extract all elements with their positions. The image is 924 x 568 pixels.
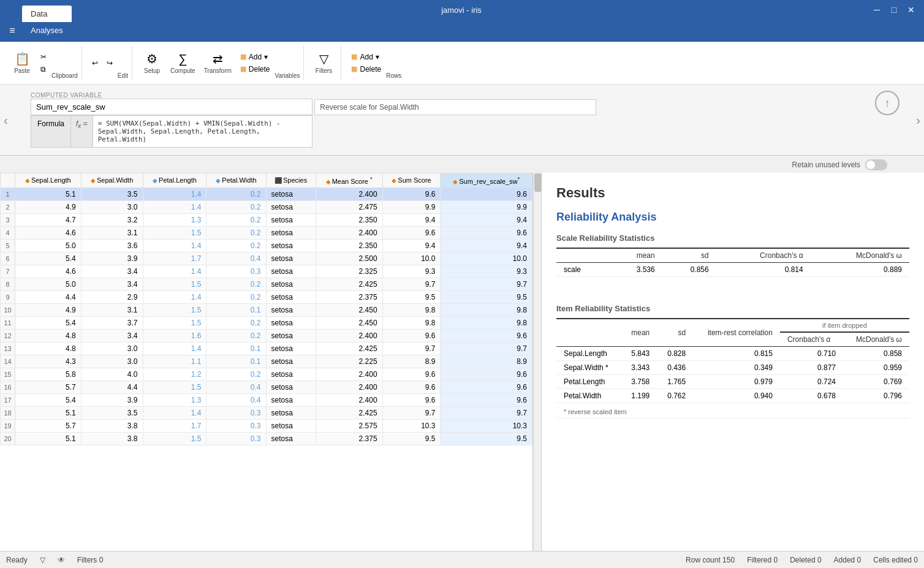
window-title: jamovi - iris	[54, 6, 869, 15]
redo-button[interactable]: ↪	[103, 58, 116, 69]
table-row[interactable]: 165.74.41.50.4setosa2.4009.69.6	[1, 381, 532, 393]
table-row[interactable]: 44.63.11.50.2setosa2.4009.69.6	[1, 226, 532, 239]
cell-species: setosa	[266, 342, 316, 355]
col-sum-rev-scale-header[interactable]: ◆Sum_rev_scale_sw*	[441, 173, 532, 188]
compute-button[interactable]: ∑ Compute	[167, 50, 199, 77]
cut-button[interactable]: ✂	[37, 51, 50, 62]
item-stats-cell: 0.796	[843, 389, 909, 403]
cell-sepallength: 4.8	[15, 329, 81, 342]
nav-arrow-right[interactable]: ›	[916, 113, 920, 127]
table-row[interactable]: 175.43.91.30.4setosa2.4009.69.6	[1, 393, 532, 406]
cell-petalwidth: 0.4	[206, 252, 266, 265]
cell-petallength: 1.4	[143, 342, 206, 355]
table-row[interactable]: 65.43.91.70.4setosa2.50010.010.0	[1, 252, 532, 265]
cell-sepallength: 5.4	[15, 393, 81, 406]
table-row[interactable]: 155.84.01.20.2setosa2.4009.69.6	[1, 368, 532, 381]
cell-sepalwidth: 2.9	[81, 290, 143, 303]
transform-label: Transform	[204, 67, 232, 74]
cell-sum-score: 8.9	[382, 355, 441, 368]
cell-species: setosa	[266, 316, 316, 329]
table-row[interactable]: 94.42.91.40.2setosa2.3759.59.5	[1, 290, 532, 303]
rows-delete-button[interactable]: ▦ Delete	[347, 64, 385, 75]
transform-button[interactable]: ⇄ Transform	[200, 49, 235, 77]
table-row[interactable]: 134.83.01.40.1setosa2.4259.79.7	[1, 342, 532, 355]
item-stats-row: Petal.Length3.7581.7650.9790.7240.769	[556, 375, 909, 389]
cell-sum-score: 9.7	[382, 342, 441, 355]
maximize-button[interactable]: □	[886, 4, 902, 16]
cell-petallength: 1.5	[143, 432, 206, 445]
setup-label: Setup	[144, 67, 160, 74]
copy-button[interactable]: ⧉	[37, 64, 50, 75]
cell-sepalwidth: 4.0	[81, 368, 143, 381]
cell-sepallength: 5.0	[15, 278, 81, 290]
cell-sepallength: 4.9	[15, 303, 81, 316]
filters-button[interactable]: ▽ Filters	[310, 49, 337, 77]
table-row[interactable]: 115.43.71.50.2setosa2.4509.89.8	[1, 316, 532, 329]
cell-sepalwidth: 4.4	[81, 381, 143, 393]
rows-group: ▦ Add ▾ ▦ Delete Rows	[344, 46, 405, 80]
undo-redo: ↩ ↪	[88, 58, 116, 69]
col-mean-score-header[interactable]: ◆Mean Score *	[316, 173, 382, 188]
item-stats-cell: 1.765	[657, 375, 693, 389]
grid-right-scrollbar[interactable]	[533, 173, 542, 568]
variables-delete-button[interactable]: ▦ Delete	[237, 64, 274, 75]
table-row[interactable]: 144.33.01.10.1setosa2.2258.98.9	[1, 355, 532, 368]
item-stats-cell: Petal.Length	[556, 375, 621, 389]
undo-button[interactable]: ↩	[88, 58, 102, 69]
col-sum-score-header[interactable]: ◆Sum Score	[382, 173, 441, 188]
upload-button[interactable]: ↑	[875, 91, 899, 115]
setup-button[interactable]: ⚙ Setup	[138, 49, 165, 77]
row-num-header	[1, 173, 15, 188]
close-button[interactable]: ✕	[903, 4, 919, 16]
table-row[interactable]: 34.73.21.30.2setosa2.3509.49.4	[1, 213, 532, 226]
paste-button[interactable]: 📋 Paste	[9, 49, 36, 77]
menu-tab-data[interactable]: Data	[22, 6, 72, 22]
delete-row-icon: ▦	[351, 65, 357, 73]
table-row[interactable]: 85.03.41.50.2setosa2.4259.79.7	[1, 278, 532, 290]
table-row[interactable]: 55.03.61.40.2setosa2.3509.49.4	[1, 239, 532, 252]
cell-species: setosa	[266, 329, 316, 342]
table-row[interactable]: 24.93.01.40.2setosa2.4759.99.9	[1, 200, 532, 213]
cell-mean-score: 2.400	[316, 381, 382, 393]
table-row[interactable]: 74.63.41.40.3setosa2.3259.39.3	[1, 265, 532, 278]
cell-sum-rev-scale-sw: 9.8	[441, 316, 532, 329]
cell-sepalwidth: 3.9	[81, 393, 143, 406]
col-species-header[interactable]: ⬛Species	[266, 173, 316, 188]
scroll-thumb[interactable]	[534, 173, 542, 192]
cell-petalwidth: 0.2	[206, 226, 266, 239]
menu-tab-analyses[interactable]: Analyses	[22, 22, 72, 39]
item-stats-cell: 0.858	[843, 347, 909, 361]
data-grid-scroll[interactable]: ◆Sepal.Length ◆Sepal.Width ◆Petal.Length…	[0, 173, 532, 559]
cell-petallength: 1.4	[143, 406, 206, 419]
table-row[interactable]: 124.83.41.60.2setosa2.4009.69.6	[1, 329, 532, 342]
cell-sum-score: 9.5	[382, 432, 441, 445]
row-number: 2	[1, 200, 15, 213]
col-sepal-width-header[interactable]: ◆Sepal.Width	[81, 173, 143, 188]
computed-var-name[interactable]	[31, 99, 312, 115]
table-row[interactable]: 195.73.81.70.3setosa2.57510.310.3	[1, 419, 532, 432]
nav-arrow-left[interactable]: ‹	[4, 113, 8, 127]
formula-content[interactable]: = SUM(VMAX(Sepal.Width) + VMIN(Sepal.Wid…	[93, 115, 312, 148]
table-row[interactable]: 104.93.11.50.1setosa2.4509.89.8	[1, 303, 532, 316]
col-petal-length-header[interactable]: ◆Petal.Length	[143, 173, 206, 188]
table-row[interactable]: 185.13.51.40.3setosa2.4259.79.7	[1, 406, 532, 419]
cell-mean-score: 2.400	[316, 368, 382, 381]
cell-sum-score: 9.6	[382, 187, 441, 200]
table-row[interactable]: 205.13.81.50.3setosa2.3759.59.5	[1, 432, 532, 445]
retain-unused-toggle[interactable]	[865, 159, 887, 170]
variables-add-button[interactable]: ▦ Add ▾	[237, 51, 274, 62]
minimize-button[interactable]: ─	[869, 4, 885, 16]
cell-sum-score: 9.5	[382, 290, 441, 303]
rows-add-button[interactable]: ▦ Add ▾	[347, 51, 385, 62]
cell-species: setosa	[266, 226, 316, 239]
cell-petallength: 1.3	[143, 393, 206, 406]
col-sepal-length-header[interactable]: ◆Sepal.Length	[15, 173, 81, 188]
retain-unused-label: Retain unused levels	[792, 161, 860, 169]
col-petal-width-header[interactable]: ◆Petal.Width	[206, 173, 266, 188]
table-row[interactable]: 15.13.51.40.2setosa2.4009.69.6	[1, 187, 532, 200]
hamburger-menu[interactable]: ≡	[2, 21, 22, 40]
cell-species: setosa	[266, 432, 316, 445]
reliability-analysis-title: Reliability Analysis	[556, 211, 909, 224]
computed-var-description[interactable]	[314, 99, 596, 115]
row-number: 6	[1, 252, 15, 265]
